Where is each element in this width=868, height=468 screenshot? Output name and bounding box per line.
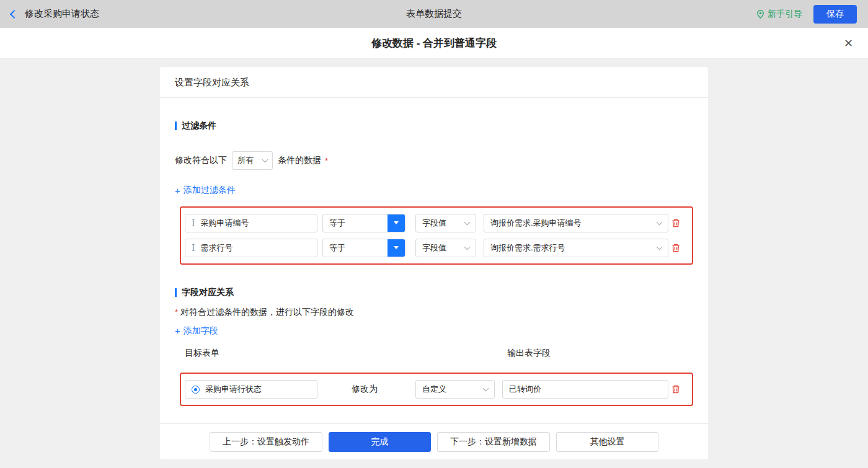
value-type-value: 字段值 — [422, 218, 446, 229]
card-header: 设置字段对应关系 — [160, 67, 708, 98]
dialog-header: 修改数据 - 合并到普通字段 ✕ — [0, 28, 868, 59]
card-footer: 上一步：设置触发动作 完成 下一步：设置新增数据 其他设置 — [160, 423, 708, 459]
condition-scope-select[interactable]: 所有 — [232, 151, 273, 170]
filter-field-input[interactable]: I 采购申请编号 — [185, 214, 317, 232]
settings-card: 设置字段对应关系 过滤条件 修改符合以下 所有 条件的数据 * — [160, 67, 708, 459]
filter-field-value: 需求行号 — [201, 242, 233, 254]
card-body: 过滤条件 修改符合以下 所有 条件的数据 * + 添加过滤条件 — [160, 98, 708, 423]
plus-icon: + — [175, 326, 180, 335]
mapping-section-label: 字段对应关系 — [182, 287, 234, 298]
target-field-value: 采购申请行状态 — [205, 384, 262, 395]
mapping-column-headers: 目标表单 输出表字段 — [175, 348, 693, 360]
mapping-description-line: * 对符合过滤条件的数据，进行以下字段的修改 — [175, 307, 693, 318]
value-mode-select[interactable]: 自定义 — [415, 380, 495, 399]
next-step-button[interactable]: 下一步：设置新增数据 — [437, 432, 550, 452]
add-filter-condition-label: 添加过滤条件 — [184, 185, 236, 196]
save-button[interactable]: 保存 — [813, 5, 857, 24]
workflow-title: 修改采购申请状态 — [25, 8, 99, 20]
condition-scope-value: 所有 — [237, 155, 254, 166]
mapping-section-title: 字段对应关系 — [175, 287, 693, 298]
modify-to-label: 修改为 — [352, 384, 378, 395]
add-filter-condition-link[interactable]: + 添加过滤条件 — [175, 185, 236, 196]
beginner-guide-label: 新手引导 — [768, 9, 802, 20]
condition-prefix: 修改符合以下 — [175, 155, 227, 166]
field-mapping-group: 采购申请行状态 修改为 自定义 已转询价 — [180, 373, 693, 406]
mapping-description: 对符合过滤条件的数据，进行以下字段的修改 — [180, 307, 354, 318]
trash-icon — [671, 218, 681, 228]
caret-down-icon — [394, 221, 399, 224]
compare-value-select[interactable]: 询报价需求.采购申请编号 — [484, 214, 668, 232]
dialog-stage: 设置字段对应关系 过滤条件 修改符合以下 所有 条件的数据 * — [0, 59, 868, 468]
section-bar-icon — [175, 288, 177, 297]
plus-icon: + — [175, 186, 180, 195]
filter-section-title: 过滤条件 — [175, 120, 693, 131]
compare-value: 询报价需求.采购申请编号 — [490, 218, 582, 229]
caret-down-icon — [394, 246, 399, 249]
filter-row: I 采购申请编号 等于 字段值 询报价需求.采购申请编号 — [185, 211, 688, 236]
value-mode-value: 自定义 — [422, 384, 446, 395]
value-type-select[interactable]: 字段值 — [415, 239, 476, 257]
close-icon[interactable]: ✕ — [844, 38, 853, 49]
required-mark: * — [325, 156, 328, 166]
add-field-link[interactable]: + 添加字段 — [175, 325, 218, 337]
compare-value-select[interactable]: 询报价需求.需求行号 — [484, 239, 668, 257]
add-field-label: 添加字段 — [184, 325, 218, 337]
condition-suffix: 条件的数据 — [278, 155, 321, 166]
delete-filter-button[interactable] — [671, 218, 681, 228]
required-mark: * — [175, 307, 178, 317]
text-field-icon: I — [192, 243, 195, 253]
trash-icon — [671, 243, 681, 253]
operator-value: 等于 — [323, 242, 388, 254]
topbar: 修改采购申请状态 表单数据提交 新手引导 保存 — [0, 0, 868, 28]
dialog-title: 修改数据 - 合并到普通字段 — [371, 36, 497, 50]
custom-value: 已转询价 — [509, 384, 541, 395]
custom-value-input[interactable]: 已转询价 — [502, 380, 668, 399]
chevron-down-icon — [464, 219, 471, 225]
operator-select[interactable]: 等于 — [322, 214, 405, 232]
chevron-down-icon — [483, 386, 489, 392]
condition-scope-line: 修改符合以下 所有 条件的数据 * — [175, 151, 693, 170]
topbar-title: 表单数据提交 — [406, 8, 462, 20]
back-icon[interactable] — [10, 9, 19, 18]
target-field-input[interactable]: 采购申请行状态 — [185, 380, 317, 399]
done-button[interactable]: 完成 — [329, 432, 431, 452]
trash-icon — [671, 384, 681, 394]
location-pin-icon — [756, 9, 764, 19]
filter-section-label: 过滤条件 — [182, 120, 216, 131]
chevron-down-icon — [657, 219, 663, 225]
chevron-down-icon — [657, 244, 663, 250]
filter-conditions-group: I 采购申请编号 等于 字段值 询报价需求.采购申请编号 — [180, 206, 693, 265]
delete-mapping-button[interactable] — [671, 384, 681, 394]
operator-select[interactable]: 等于 — [322, 239, 405, 257]
other-settings-button[interactable]: 其他设置 — [556, 432, 658, 452]
text-field-icon: I — [192, 218, 195, 228]
value-type-value: 字段值 — [422, 242, 446, 254]
filter-field-value: 采购申请编号 — [201, 218, 249, 229]
operator-dropdown-button[interactable] — [388, 239, 405, 257]
chevron-down-icon — [464, 244, 471, 250]
filter-field-input[interactable]: I 需求行号 — [185, 239, 317, 257]
section-bar-icon — [175, 121, 177, 130]
beginner-guide-link[interactable]: 新手引导 — [756, 9, 802, 20]
value-type-select[interactable]: 字段值 — [415, 214, 476, 232]
operator-value: 等于 — [323, 218, 388, 229]
target-form-header: 目标表单 — [185, 348, 219, 359]
mapping-row: 采购申请行状态 修改为 自定义 已转询价 — [185, 377, 688, 402]
topbar-right: 新手引导 保存 — [756, 5, 857, 24]
filter-row: I 需求行号 等于 字段值 询报价需求.需求行号 — [185, 236, 688, 260]
operator-dropdown-button[interactable] — [388, 214, 405, 232]
page: 修改采购申请状态 表单数据提交 新手引导 保存 修改数据 - 合并到普通字段 ✕… — [0, 0, 868, 468]
prev-step-button[interactable]: 上一步：设置触发动作 — [210, 432, 322, 452]
topbar-left: 修改采购申请状态 — [11, 8, 99, 20]
chevron-down-icon — [262, 157, 268, 163]
radio-field-icon — [192, 386, 200, 394]
output-field-header: 输出表字段 — [507, 348, 551, 359]
compare-value: 询报价需求.需求行号 — [490, 242, 565, 254]
delete-filter-button[interactable] — [671, 243, 681, 253]
